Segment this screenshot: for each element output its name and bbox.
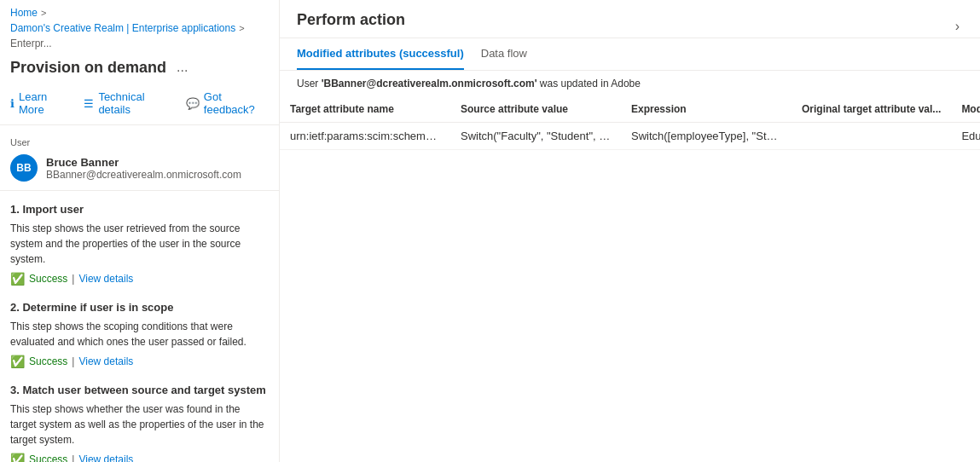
- col-modified-target: Modified target attribute v...: [951, 96, 980, 123]
- right-header: Perform action ›: [280, 0, 980, 38]
- cell-source_attr_value: Switch("Faculty", "Student", "F...: [450, 123, 621, 150]
- step-2-status-text: Success: [29, 355, 67, 367]
- steps-section: 1. Import user This step shows the user …: [0, 191, 279, 462]
- col-target-attr-name: Target attribute name: [280, 96, 450, 123]
- cell-modified_target: Educator: [951, 123, 980, 150]
- col-source-attr-value: Source attribute value: [450, 96, 621, 123]
- step-1-status-text: Success: [29, 273, 67, 285]
- notification-bar: User 'BBanner@dcreativerealm.onmicrosoft…: [280, 71, 980, 96]
- step-2-sep: |: [72, 355, 74, 367]
- step-2-success-icon: ✅: [10, 355, 25, 368]
- step-1-desc: This step shows the user retrieved from …: [10, 221, 269, 267]
- col-expression: Expression: [621, 96, 792, 123]
- tabs-row: Modified attributes (successful) Data fl…: [280, 38, 980, 71]
- step-3-sep: |: [72, 453, 74, 462]
- step-3-success-icon: ✅: [10, 453, 25, 462]
- step-3: 3. Match user between source and target …: [10, 384, 269, 462]
- user-email: BBanner@dcreativerealm.onmicrosoft.com: [46, 169, 241, 181]
- feedback-label: Got feedback?: [204, 90, 269, 116]
- cell-original_target: [792, 123, 951, 150]
- cell-target_attr_name: urn:ietf:params:scim:schemas:...: [280, 123, 450, 150]
- tab-data-flow[interactable]: Data flow: [481, 38, 527, 70]
- table-row: urn:ietf:params:scim:schemas:...Switch("…: [280, 123, 980, 150]
- breadcrumb-enterprise[interactable]: Damon's Creative Realm | Enterprise appl…: [10, 22, 235, 34]
- tab-modified-attributes[interactable]: Modified attributes (successful): [297, 38, 464, 70]
- left-panel: Home > Damon's Creative Realm | Enterpri…: [0, 0, 280, 462]
- technical-details-link[interactable]: ☰ Technical details: [84, 90, 171, 116]
- close-button[interactable]: ›: [952, 15, 963, 38]
- user-info: Bruce Banner BBanner@dcreativerealm.onmi…: [46, 156, 241, 181]
- step-3-view-details[interactable]: View details: [78, 453, 133, 462]
- user-name: Bruce Banner: [46, 156, 241, 169]
- step-2-desc: This step shows the scoping conditions t…: [10, 319, 269, 349]
- step-1-status: ✅ Success | View details: [10, 272, 269, 286]
- feedback-icon: 💬: [186, 97, 200, 110]
- learn-more-label: Learn More: [19, 90, 70, 116]
- learn-more-link[interactable]: ℹ Learn More: [10, 90, 70, 116]
- step-1-title: 1. Import user: [10, 203, 269, 216]
- step-1-view-details[interactable]: View details: [78, 273, 133, 285]
- user-section-label: User: [10, 137, 269, 147]
- step-3-status-text: Success: [29, 453, 67, 462]
- step-3-title: 3. Match user between source and target …: [10, 384, 269, 396]
- breadcrumb-sep-2: >: [239, 23, 244, 33]
- user-section: User BB Bruce Banner BBanner@dcreativere…: [0, 125, 279, 191]
- step-1: 1. Import user This step shows the user …: [10, 203, 269, 286]
- ellipsis-menu-button[interactable]: ...: [173, 58, 191, 77]
- breadcrumb-sep-1: >: [41, 8, 46, 18]
- step-2: 2. Determine if user is in scope This st…: [10, 301, 269, 368]
- page-title-row: Provision on demand ...: [0, 55, 279, 85]
- step-3-desc: This step shows whether the user was fou…: [10, 401, 269, 448]
- breadcrumb-current: Enterpr...: [10, 38, 52, 49]
- step-1-success-icon: ✅: [10, 272, 25, 286]
- action-links: ℹ Learn More ☰ Technical details 💬 Got f…: [0, 85, 279, 125]
- user-card: BB Bruce Banner BBanner@dcreativerealm.o…: [10, 154, 269, 182]
- breadcrumb-home[interactable]: Home: [10, 7, 38, 19]
- col-original-target: Original target attribute val...: [792, 96, 951, 123]
- info-icon: ℹ: [10, 97, 14, 110]
- technical-details-label: Technical details: [98, 90, 171, 116]
- breadcrumb: Home > Damon's Creative Realm | Enterpri…: [0, 0, 279, 55]
- step-2-view-details[interactable]: View details: [78, 355, 133, 367]
- right-panel: Perform action › Modified attributes (su…: [280, 0, 980, 462]
- cell-expression: Switch([employeeType], "Stud...: [621, 123, 792, 150]
- step-2-status: ✅ Success | View details: [10, 355, 269, 368]
- avatar: BB: [10, 154, 38, 182]
- page-title: Provision on demand: [10, 59, 166, 77]
- step-2-title: 2. Determine if user is in scope: [10, 301, 269, 314]
- attributes-table: Target attribute name Source attribute v…: [280, 96, 980, 150]
- list-icon: ☰: [84, 97, 94, 110]
- feedback-link[interactable]: 💬 Got feedback?: [186, 90, 269, 116]
- step-3-status: ✅ Success | View details: [10, 453, 269, 462]
- step-1-sep: |: [72, 273, 74, 285]
- table-container: Target attribute name Source attribute v…: [280, 96, 980, 462]
- right-panel-title: Perform action: [297, 11, 405, 38]
- table-header-row: Target attribute name Source attribute v…: [280, 96, 980, 123]
